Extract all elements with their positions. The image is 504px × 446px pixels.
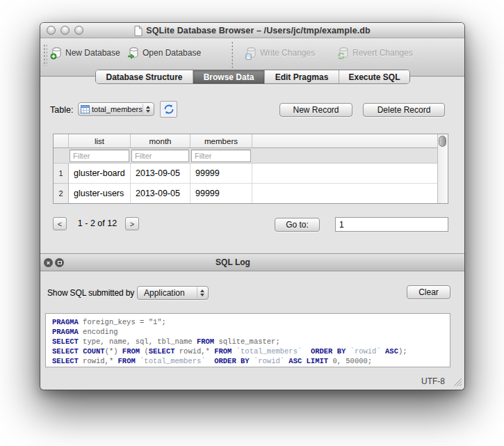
select-arrows-icon [143,104,152,115]
column-header-filler [252,134,437,148]
write-changes-button[interactable]: Write Changes [245,45,315,61]
column-header-month[interactable]: month [131,134,190,148]
open-database-button[interactable]: Open Database [127,45,201,61]
sql-log-title: SQL Log [40,254,445,271]
sql-source-value: Application [138,288,197,298]
tab-database-structure[interactable]: Database Structure [96,70,193,83]
grid-corner-header [54,134,69,148]
data-grid: list month members 1 gluster-board 2013-… [53,134,448,204]
refresh-icon [163,104,174,115]
new-database-icon [50,47,63,60]
resize-grip[interactable] [453,378,462,387]
window-title: SQLite Database Browser – /Users/jc/tmp/… [146,26,370,35]
grid-scrollbar-thumb[interactable] [439,136,446,147]
filter-cell [69,148,131,164]
cell-month[interactable]: 2013-09-05 [131,184,190,203]
table-icon [81,105,90,113]
next-page-button[interactable]: > [125,217,139,230]
new-database-button[interactable]: New Database [50,45,120,61]
goto-button[interactable]: Go to: [275,218,320,232]
toolbar-drag-handle[interactable] [43,44,47,66]
column-header-members[interactable]: members [190,134,252,148]
new-record-button[interactable]: New Record [279,103,352,117]
cell-list[interactable]: gluster-board [69,164,131,184]
sql-log-line: PRAGMA encoding [52,327,450,337]
open-database-icon [127,47,140,60]
filter-input-list[interactable] [70,150,129,162]
grid-scrollbar[interactable] [437,134,448,203]
table-label: Table: [50,105,73,115]
prev-page-button[interactable]: < [53,217,67,230]
filter-cell [190,148,252,164]
tab-browse-data[interactable]: Browse Data [193,70,265,83]
revert-changes-button[interactable]: Revert Changes [337,45,413,61]
tab-bar: Database Structure Browse Data Edit Prag… [95,70,410,84]
cell-filler [252,184,437,203]
refresh-button[interactable] [160,101,177,118]
sql-log-header[interactable]: × SQL Log [40,253,464,271]
browse-data-panel: Table: total_members New Record Delete R… [40,77,464,253]
cell-list[interactable]: gluster-users [69,184,131,203]
sql-log-line: SELECT COUNT(*) FROM (SELECT rowid,* FRO… [52,347,450,356]
filter-filler [252,148,437,164]
cell-members[interactable]: 99999 [190,164,252,184]
cell-members[interactable]: 99999 [190,184,252,203]
show-sql-label: Show SQL submitted by [47,288,134,298]
table-select-value: total_members [90,105,143,113]
row-number[interactable]: 2 [54,184,69,203]
tab-execute-sql[interactable]: Execute SQL [339,70,409,83]
sql-log-line: SELECT type, name, sql, tbl_name FROM sq… [52,337,450,347]
cell-filler [252,164,437,184]
row-number[interactable]: 1 [54,164,69,184]
encoding-label: UTF-8 [421,376,445,386]
sql-log-line: PRAGMA foreign_keys = "1"; [52,317,450,327]
clear-button[interactable]: Clear [407,285,450,299]
sql-log-panel: Show SQL submitted by Application Clear … [40,271,464,390]
goto-record-input[interactable] [335,217,448,232]
sql-log-line: SELECT rowid,* FROM `total_members` ORDE… [52,356,450,366]
filter-input-month[interactable] [131,150,189,162]
app-window: SQLite Database Browser – /Users/jc/tmp/… [40,23,464,390]
record-range-label: 1 - 2 of 12 [72,218,122,228]
filter-stub [54,148,69,164]
sql-log-output[interactable]: PRAGMA foreign_keys = "1"; PRAGMA encodi… [45,313,450,367]
delete-record-button[interactable]: Delete Record [363,103,445,117]
select-arrows-icon [197,287,206,298]
table-select[interactable]: total_members [78,102,154,116]
column-header-list[interactable]: list [69,134,131,148]
revert-changes-icon [337,47,350,60]
titlebar[interactable]: SQLite Database Browser – /Users/jc/tmp/… [40,23,464,38]
cell-month[interactable]: 2013-09-05 [131,164,190,184]
toolbar-separator [231,41,233,73]
document-icon [134,26,143,36]
filter-cell [131,148,190,164]
tab-edit-pragmas[interactable]: Edit Pragmas [265,70,339,83]
filter-input-members[interactable] [191,150,251,162]
write-changes-icon [245,47,258,60]
sql-source-select[interactable]: Application [137,286,209,300]
